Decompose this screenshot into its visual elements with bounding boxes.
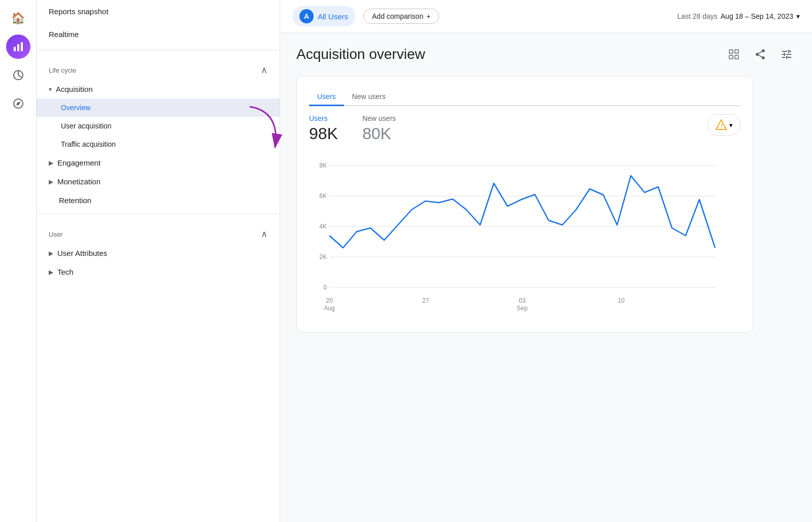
user-acquisition-subitem[interactable]: User acquisition	[37, 117, 280, 135]
svg-text:20: 20	[326, 297, 333, 304]
home-icon[interactable]: 🏠	[6, 6, 30, 30]
new-users-metric-label: New users	[362, 114, 396, 122]
svg-text:Sep: Sep	[517, 305, 528, 312]
explore-icon[interactable]	[6, 91, 30, 116]
retention-item[interactable]: Retention	[37, 191, 280, 210]
lifecycle-section-header: Life cycle ∧	[37, 54, 280, 80]
realtime-item[interactable]: Realtime	[37, 23, 280, 46]
page-actions	[725, 45, 796, 63]
svg-rect-1	[17, 44, 19, 51]
svg-rect-6	[729, 50, 733, 53]
icon-rail: 🏠	[0, 0, 37, 522]
monetization-item[interactable]: ▶ Monetization	[37, 172, 280, 191]
acquisition-label: Acquisition	[56, 85, 93, 93]
user-attributes-label: User Attributes	[57, 249, 107, 257]
warning-button[interactable]: ! ▾	[707, 114, 740, 136]
svg-text:8K: 8K	[319, 162, 327, 169]
warning-triangle-icon: !	[715, 119, 727, 131]
divider-2	[37, 214, 280, 214]
date-prefix: Last 28 days	[677, 12, 717, 20]
page-header: Acquisition overview	[296, 45, 796, 63]
user-section-header: User ∧	[37, 218, 280, 244]
users-tab[interactable]: Users	[309, 88, 344, 106]
svg-text:2K: 2K	[319, 253, 327, 260]
lifecycle-label: Life cycle	[49, 67, 76, 74]
chart-tabs: Users New users	[309, 88, 740, 106]
users-metric: Users 98K	[309, 114, 338, 143]
svg-text:6K: 6K	[319, 192, 327, 200]
tech-label: Tech	[57, 268, 74, 276]
tech-arrow: ▶	[49, 269, 53, 276]
new-users-metric-value: 80K	[362, 124, 396, 143]
engagement-label: Engagement	[57, 158, 100, 167]
date-range[interactable]: Last 28 days Aug 18 – Sep 14, 2023 ▾	[677, 12, 800, 20]
lifecycle-chevron[interactable]: ∧	[261, 64, 267, 76]
monetization-arrow: ▶	[49, 178, 53, 185]
user-attributes-arrow: ▶	[49, 250, 53, 257]
users-metric-label: Users	[309, 114, 338, 122]
analytics-icon[interactable]	[6, 35, 30, 59]
retention-label: Retention	[49, 196, 91, 205]
svg-text:!: !	[721, 123, 723, 129]
svg-text:27: 27	[422, 297, 429, 304]
date-dropdown-icon: ▾	[796, 12, 800, 20]
chart-metrics: Users 98K New users 80K ! ▾	[309, 114, 740, 143]
main-content: A All Users Add comparison + Last 28 day…	[280, 0, 812, 522]
acquisition-arrow: ▾	[49, 86, 52, 93]
add-comparison-button[interactable]: Add comparison +	[363, 9, 439, 24]
monetization-label: Monetization	[57, 177, 100, 186]
svg-text:10: 10	[618, 297, 625, 304]
new-users-metric: New users 80K	[362, 114, 396, 143]
svg-rect-2	[21, 42, 23, 51]
svg-text:0: 0	[323, 284, 327, 291]
svg-rect-7	[735, 50, 738, 53]
avatar: A	[299, 9, 314, 23]
add-comparison-label: Add comparison	[372, 12, 423, 20]
user-attributes-item[interactable]: ▶ User Attributes	[37, 244, 280, 263]
engagement-item[interactable]: ▶ Engagement	[37, 153, 280, 172]
chart-card: Users New users Users 98K New users 80K	[296, 76, 753, 333]
add-comparison-plus-icon: +	[426, 12, 430, 20]
user-chip[interactable]: A All Users	[292, 6, 355, 26]
overview-subitem[interactable]: Overview	[37, 99, 280, 117]
reports-icon[interactable]	[6, 63, 30, 87]
date-range-value: Aug 18 – Sep 14, 2023	[721, 12, 793, 20]
svg-text:03: 03	[519, 297, 526, 304]
warning-dropdown-icon: ▾	[729, 121, 733, 129]
page-title: Acquisition overview	[296, 46, 425, 62]
svg-rect-8	[729, 55, 733, 59]
user-chip-label: All Users	[318, 12, 348, 21]
divider-1	[37, 50, 280, 50]
share-icon[interactable]	[751, 45, 769, 63]
reports-snapshot-item[interactable]: Reports snapshot	[37, 0, 280, 23]
engagement-arrow: ▶	[49, 159, 53, 167]
sidebar: Reports snapshot Realtime Life cycle ∧ ▾…	[37, 0, 280, 522]
traffic-acquisition-subitem[interactable]: Traffic acquisition	[37, 135, 280, 153]
line-chart: 8K 6K 4K 2K 0 20 Aug 27 03 Sep 10	[309, 155, 725, 318]
line-chart-path	[329, 176, 715, 248]
acquisition-item[interactable]: ▾ Acquisition	[37, 80, 280, 99]
svg-text:4K: 4K	[319, 223, 327, 230]
user-section-label: User	[49, 231, 62, 238]
top-bar: A All Users Add comparison + Last 28 day…	[280, 0, 812, 33]
tech-item[interactable]: ▶ Tech	[37, 263, 280, 281]
customize-icon[interactable]	[777, 45, 796, 63]
page-area: Acquisition overview	[280, 33, 812, 522]
svg-rect-0	[14, 47, 16, 51]
svg-rect-9	[735, 55, 738, 59]
chart-container: 8K 6K 4K 2K 0 20 Aug 27 03 Sep 10	[309, 155, 740, 320]
svg-text:Aug: Aug	[324, 305, 334, 312]
users-metric-value: 98K	[309, 124, 338, 143]
new-users-tab[interactable]: New users	[344, 88, 394, 106]
user-chevron[interactable]: ∧	[261, 229, 267, 240]
chart-type-icon[interactable]	[725, 45, 743, 63]
